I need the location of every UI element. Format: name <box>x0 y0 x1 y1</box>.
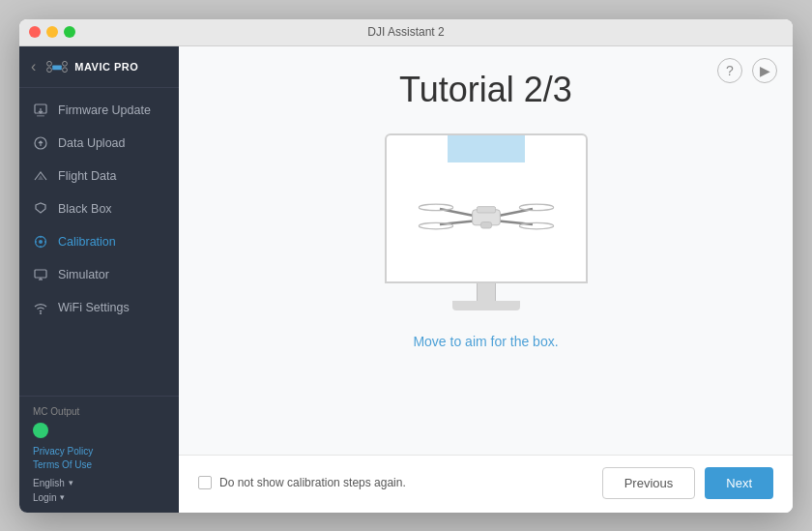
footer-links: Privacy Policy Terms Of Use <box>33 446 165 470</box>
firmware-icon <box>33 103 48 118</box>
sidebar-item-label: Firmware Update <box>58 103 151 117</box>
footer-selects: English ▾ Login ▾ <box>33 478 165 503</box>
sidebar-item-label: Flight Data <box>58 169 116 183</box>
sidebar: ‹ MAVIC PRO <box>19 46 179 513</box>
sidebar-item-label: Data Upload <box>58 136 126 150</box>
monitor-stand-base <box>452 301 520 310</box>
login-select-row[interactable]: Login ▾ <box>33 492 165 503</box>
monitor-illustration <box>385 133 588 310</box>
sidebar-item-label: Black Box <box>58 202 112 216</box>
checkbox-label: Do not show calibration steps again. <box>219 476 406 489</box>
svg-point-2 <box>63 61 68 66</box>
drone-illustration-icon <box>409 182 564 244</box>
svg-point-25 <box>519 222 553 228</box>
app-title: DJI Assistant 2 <box>367 25 444 39</box>
footer-buttons: Previous Next <box>602 467 773 499</box>
simulator-icon <box>33 267 48 282</box>
privacy-policy-link[interactable]: Privacy Policy <box>33 446 165 457</box>
checkbox-row: Do not show calibration steps again. <box>198 476 406 489</box>
mc-output-label: MC Output <box>33 406 165 417</box>
maximize-button[interactable] <box>64 26 75 38</box>
instruction-text: Move to aim for the box. <box>413 334 558 349</box>
nav-items: Firmware Update Data Upload Fl <box>19 88 179 396</box>
svg-point-22 <box>419 204 452 210</box>
drone-small-icon <box>45 59 69 74</box>
sidebar-item-firmware-update[interactable]: Firmware Update <box>19 94 179 127</box>
svg-rect-0 <box>53 65 63 70</box>
calibration-icon <box>33 234 48 250</box>
svg-point-24 <box>419 222 452 228</box>
svg-point-23 <box>519 204 553 210</box>
login-caret-icon: ▾ <box>60 492 65 502</box>
titlebar: DJI Assistant 2 <box>19 19 793 46</box>
svg-point-9 <box>39 240 43 244</box>
main-area: ‹ MAVIC PRO <box>19 46 793 513</box>
content-footer: Do not show calibration steps again. Pre… <box>179 455 793 513</box>
svg-rect-14 <box>35 270 46 278</box>
sidebar-item-data-upload[interactable]: Data Upload <box>19 127 179 160</box>
sidebar-item-calibration[interactable]: Calibration <box>19 225 179 258</box>
blackbox-icon <box>33 201 48 217</box>
sidebar-item-label: WiFi Settings <box>58 301 130 314</box>
back-button[interactable]: ‹ <box>29 56 38 77</box>
sidebar-item-simulator[interactable]: Simulator <box>19 258 179 291</box>
svg-point-4 <box>63 67 68 72</box>
sidebar-header: ‹ MAVIC PRO <box>19 46 179 88</box>
device-logo: MAVIC PRO <box>45 59 138 74</box>
sidebar-footer: MC Output Privacy Policy Terms Of Use En… <box>19 396 179 513</box>
sidebar-item-black-box[interactable]: Black Box <box>19 192 179 225</box>
language-label: English <box>33 478 65 488</box>
content-header-icons: ? ▶ <box>717 58 777 83</box>
language-select-row[interactable]: English ▾ <box>33 478 165 488</box>
svg-point-17 <box>40 312 42 314</box>
login-label: Login <box>33 492 56 503</box>
svg-point-3 <box>47 67 52 72</box>
minimize-button[interactable] <box>46 26 58 38</box>
close-button[interactable] <box>29 26 41 38</box>
content-body: Tutorial 2/3 <box>179 46 793 455</box>
help-button[interactable]: ? <box>717 58 742 83</box>
sidebar-item-flight-data[interactable]: Flight Data <box>19 160 179 192</box>
sidebar-item-label: Simulator <box>58 268 109 281</box>
language-caret-icon: ▾ <box>69 478 73 487</box>
previous-button[interactable]: Previous <box>602 467 696 499</box>
monitor-screen <box>385 133 588 283</box>
next-button[interactable]: Next <box>705 467 773 499</box>
svg-rect-28 <box>477 207 495 213</box>
dont-show-checkbox[interactable] <box>198 476 212 489</box>
sidebar-item-label: Calibration <box>58 235 116 249</box>
svg-rect-27 <box>480 222 491 228</box>
svg-rect-6 <box>37 115 44 117</box>
play-button[interactable]: ▶ <box>752 58 777 83</box>
window-controls <box>29 26 75 38</box>
monitor-stand-neck <box>477 283 496 301</box>
flight-icon <box>33 168 48 184</box>
tutorial-title: Tutorial 2/3 <box>399 70 572 110</box>
terms-of-use-link[interactable]: Terms Of Use <box>33 459 165 470</box>
sidebar-item-wifi-settings[interactable]: WiFi Settings <box>19 291 179 324</box>
upload-icon <box>33 135 48 151</box>
device-name: MAVIC PRO <box>74 61 138 73</box>
svg-point-1 <box>47 61 52 66</box>
content-area: ? ▶ Tutorial 2/3 <box>179 46 793 513</box>
wifi-icon <box>33 300 48 315</box>
monitor-highlight <box>448 135 525 162</box>
app-window: DJI Assistant 2 ‹ MAVIC PRO <box>19 19 793 513</box>
mc-status-indicator <box>33 423 48 438</box>
